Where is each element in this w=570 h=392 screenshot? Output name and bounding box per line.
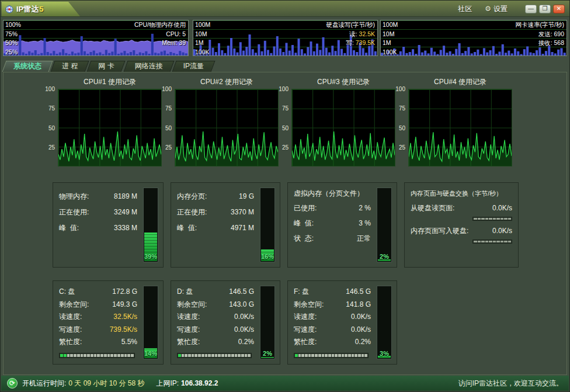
stat-row: 正在使用:3370 M <box>177 204 254 220</box>
memory-paging-gauge: 16% <box>260 188 275 262</box>
y-axis-labels: 100755025 <box>45 89 56 166</box>
tab-ip-traffic[interactable]: IP流量 <box>174 61 213 72</box>
stat-row: 物理内存:8189 M <box>59 189 137 204</box>
settings-icon: ⚙ <box>485 5 491 13</box>
stat-row: 内存页面写入硬盘:0.0K/s <box>411 223 512 238</box>
net-graph-y-labels: 100M 10M 1M 100K <box>383 20 398 57</box>
net-graph-title: 网卡速率(字节/秒) <box>516 20 564 30</box>
memory-paging-panel: 内存分页:19 G 正在使用:3370 M 峰 值:4971 M 16% <box>171 182 280 268</box>
stat-row: 读速度:0.0K/s <box>294 311 371 324</box>
net-graph-values: 网卡速率(字节/秒) 发送: 690 接收: 568 <box>516 20 564 48</box>
net-recv-value: 接收: 568 <box>538 39 564 48</box>
disk-c-busy-meter <box>59 353 135 358</box>
disk-f-busy-meter <box>294 353 369 358</box>
stat-row: 从硬盘读页面:0.0K/s <box>411 200 512 216</box>
uptime-label: 开机运行时间: <box>22 379 66 388</box>
disk-read-value: 读: 32.5K <box>349 30 375 39</box>
stat-row: 峰 值:3 % <box>294 216 371 231</box>
stat-row: D: 盘146.5 G <box>177 286 254 299</box>
stat-row: 峰 值:3338 M <box>59 220 137 236</box>
y-axis-labels: 100755025 <box>279 89 290 166</box>
minimize-button[interactable]: — <box>525 5 537 13</box>
virtual-memory-gauge: 2% <box>377 188 392 262</box>
panel-title: 虚拟内存（分页文件） <box>294 186 371 200</box>
panel-title: 内存页面与硬盘交换（字节/秒） <box>411 186 512 200</box>
logo-icon <box>5 5 13 13</box>
disk-graph-title: 硬盘读写(字节/秒) <box>326 20 375 30</box>
disk-io-graph: 100M 10M 1M 100K 硬盘读写(字节/秒) 读: 32.5K 写: … <box>193 20 378 56</box>
settings-button[interactable]: ⚙ 设置 <box>485 4 508 14</box>
app-window: IP雷达5 社区 ⚙ 设置 — ❐ ✕ 100% 75% 50% 25% CPU… <box>0 0 570 392</box>
cpu-graph-y-labels: 100% 75% 50% 25% <box>5 20 21 57</box>
system-status-content: CPU#1 使用记录 100755025 CPU#2 使用记录 10075502… <box>3 72 567 375</box>
uptime-value: 0 天 09 小时 10 分 58 秒 <box>68 379 144 388</box>
disk-graph-values: 硬盘读写(字节/秒) 读: 32.5K 写: 739.5K <box>326 20 375 48</box>
stat-row: 剩余空间:143.0 G <box>177 299 254 311</box>
disk-graph-y-labels: 100M 10M 1M 100K <box>195 20 210 57</box>
disk-write-value: 写: 739.5K <box>346 39 375 48</box>
tab-processes[interactable]: 进 程 <box>53 61 87 72</box>
y-axis-labels: 100755025 <box>395 89 406 166</box>
swap-io-panel: 内存页面与硬盘交换（字节/秒） 从硬盘读页面:0.0K/s 内存页面写入硬盘:0… <box>404 182 519 268</box>
stat-row: 已使用:2 % <box>294 200 371 216</box>
disk-c-gauge: 14% <box>143 286 158 359</box>
chart-title: CPU#2 使用记录 <box>175 77 279 87</box>
titlebar: IP雷达5 社区 ⚙ 设置 — ❐ ✕ <box>1 1 569 17</box>
net-send-value: 发送: 690 <box>538 30 564 39</box>
disk-d-panel: D: 盘146.5 G 剩余空间:143.0 G 读速度:0.0K/s 写速度:… <box>171 280 280 365</box>
chart-title: CPU#4 使用记录 <box>408 77 512 87</box>
disk-d-busy-meter <box>177 353 252 358</box>
cpu2-history-plot <box>175 89 279 166</box>
cpu3-history-plot <box>291 89 395 166</box>
stat-row: C: 盘172.8 G <box>59 286 137 299</box>
titlebar-actions: 社区 ⚙ 设置 — ❐ ✕ <box>458 1 565 17</box>
maximize-button[interactable]: ❐ <box>539 5 551 13</box>
cpu-graph-values: CPU/物理内存使用 CPU: 5 Mem: 39 <box>134 20 186 48</box>
cpu4-history-chart: CPU#4 使用记录 100755025 <box>395 76 513 171</box>
disk-d-gauge: 2% <box>260 286 275 359</box>
stat-row: 繁忙度:0.2% <box>177 336 254 349</box>
swap-read-meter <box>472 217 512 221</box>
chart-title: CPU#1 使用记录 <box>58 77 162 87</box>
settings-label: 设置 <box>493 4 508 14</box>
stat-row: 剩余空间:149.3 G <box>59 299 137 311</box>
tab-network-card[interactable]: 网 卡 <box>89 61 123 72</box>
cpu4-history-plot <box>408 89 512 166</box>
statusbar: ⟳ 开机运行时间: 0 天 09 小时 10 分 58 秒 上网IP: 106.… <box>1 376 569 391</box>
community-promo-link[interactable]: 访问IP雷达社区，欢迎互动交流。 <box>458 379 563 388</box>
app-logo: IP雷达5 <box>2 2 80 16</box>
stat-row: 内存分页:19 G <box>177 189 254 204</box>
stat-row: 写速度:0.0K/s <box>294 324 371 337</box>
physical-memory-gauge: 39% <box>143 188 158 262</box>
cpu2-history-chart: CPU#2 使用记录 100755025 <box>162 76 280 171</box>
disk-c-panel: C: 盘172.8 G 剩余空间:149.3 G 读速度:32.5K/s 写速度… <box>53 280 164 365</box>
tab-system-status[interactable]: 系统状态 <box>4 61 51 72</box>
physical-memory-panel: 物理内存:8189 M 正在使用:3249 M 峰 值:3338 M 39% <box>53 182 164 268</box>
disk-f-panel: F: 盘146.5 G 剩余空间:141.8 G 读速度:0.0K/s 写速度:… <box>287 280 397 365</box>
cpu-graph-title: CPU/物理内存使用 <box>134 20 186 30</box>
cpu3-history-chart: CPU#3 使用记录 100755025 <box>279 76 397 171</box>
disk-f-gauge: 3% <box>377 286 392 359</box>
virtual-memory-panel: 虚拟内存（分页文件） 已使用:2 % 峰 值:3 % 状 态:正常 2% <box>287 182 397 268</box>
cpu-usage-value: CPU: 5 <box>166 30 186 39</box>
app-title: IP雷达5 <box>16 4 44 15</box>
community-link[interactable]: 社区 <box>458 4 472 14</box>
chart-title: CPU#3 使用记录 <box>291 77 395 87</box>
stat-row: 繁忙度:5.5% <box>59 336 137 349</box>
main-tabs: 系统状态 进 程 网 卡 网络连接 IP流量 <box>4 61 215 72</box>
stat-row: 峰 值:4971 M <box>177 220 254 236</box>
close-button[interactable]: ✕ <box>553 5 565 13</box>
stat-row: 读速度:0.0K/s <box>177 311 254 324</box>
stat-row: F: 盘146.5 G <box>294 286 371 299</box>
cpu1-history-plot <box>58 89 162 166</box>
network-rate-graph: 100M 10M 1M 100K 网卡速率(字节/秒) 发送: 690 接收: … <box>380 20 567 56</box>
y-axis-labels: 100755025 <box>162 89 173 166</box>
stat-row: 正在使用:3249 M <box>59 204 137 220</box>
ip-label: 上网IP: <box>156 379 179 388</box>
tab-network-connections[interactable]: 网络连接 <box>126 61 172 72</box>
stat-row: 写速度:739.5K/s <box>59 324 137 337</box>
stat-row: 状 态:正常 <box>294 231 371 246</box>
cpu1-history-chart: CPU#1 使用记录 100755025 <box>45 76 163 171</box>
swap-write-meter <box>472 240 512 244</box>
stat-row: 读速度:32.5K/s <box>59 311 137 324</box>
